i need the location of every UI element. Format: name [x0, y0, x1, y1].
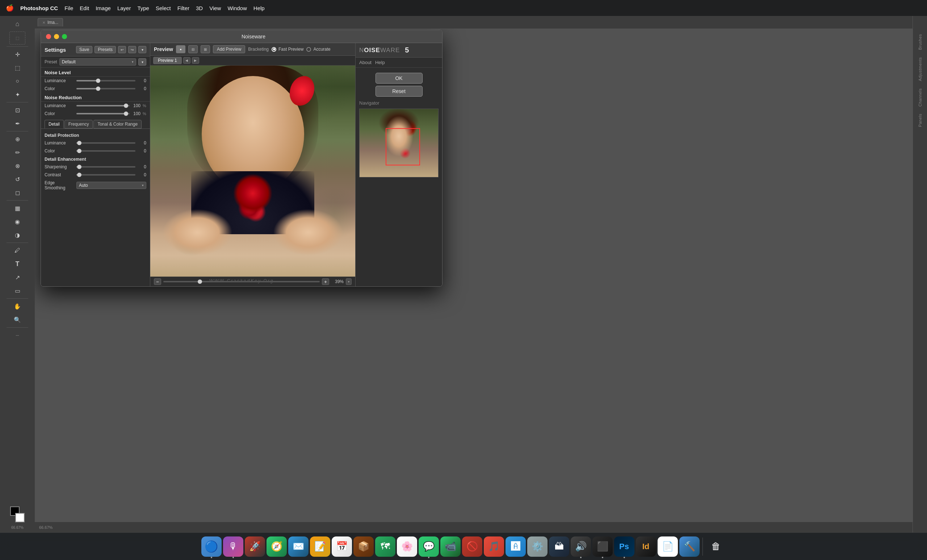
ps-crop-tool[interactable]: ⊡	[9, 103, 25, 117]
menubar-window[interactable]: Window	[227, 5, 246, 11]
redo-button[interactable]: ↪	[128, 46, 136, 53]
menubar-3d[interactable]: 3D	[196, 5, 203, 11]
menubar-filter[interactable]: Filter	[178, 5, 189, 11]
ps-panel-brushes[interactable]: Brushes	[918, 34, 922, 50]
menubar-layer[interactable]: Layer	[117, 5, 131, 11]
ps-eyedropper-tool[interactable]: ✒	[9, 117, 25, 130]
dock-notchmeister[interactable]: 🏔	[549, 536, 569, 557]
ps-brush-tool[interactable]: ✏	[9, 146, 25, 159]
dock-notes[interactable]: 📝	[310, 536, 330, 557]
dock-siri[interactable]: 🎙	[223, 536, 243, 557]
dock-safari[interactable]: 🧭	[266, 536, 287, 557]
dock-noiseware[interactable]: 🔊	[571, 536, 591, 557]
ps-gradient-tool[interactable]: ▦	[9, 202, 25, 215]
ps-pen-tool[interactable]: 🖊	[9, 244, 25, 257]
ps-panel-adjustments[interactable]: Adjustments	[918, 57, 922, 81]
layout-split-v-btn[interactable]: ⊞	[201, 45, 210, 53]
dock-facetime[interactable]: 📹	[440, 536, 460, 557]
dock-xcode[interactable]: 🔨	[679, 536, 700, 557]
apple-menu[interactable]: 🍎	[6, 4, 14, 12]
menubar-photoshop[interactable]: Photoshop CC	[20, 5, 58, 11]
preset-arrow-btn[interactable]: ▾	[138, 58, 146, 65]
contrast-slider[interactable]	[76, 174, 135, 176]
noise-reduction-color-slider[interactable]	[76, 113, 130, 114]
menubar-type[interactable]: Type	[137, 5, 149, 11]
ok-button[interactable]: OK	[375, 73, 422, 83]
dock-maps[interactable]: 🗺	[375, 536, 395, 557]
menubar-image[interactable]: Image	[96, 5, 111, 11]
zoom-slider-handle[interactable]	[198, 279, 202, 284]
ps-marquee-tool[interactable]: ⬚	[9, 61, 25, 74]
ps-doc-tab-close[interactable]: ✕	[43, 21, 45, 24]
tab-frequency[interactable]: Frequency	[64, 120, 93, 129]
ps-panel-channels[interactable]: Channels	[918, 88, 922, 106]
accurate-radio[interactable]	[306, 47, 311, 52]
dock-finder2[interactable]: 📄	[658, 536, 678, 557]
dock-system-prefs[interactable]: ⚙️	[527, 536, 547, 557]
layout-split-h-btn[interactable]: ⊟	[188, 45, 198, 53]
ps-zoom-tool[interactable]: 🔍	[9, 313, 25, 326]
ps-hand-tool[interactable]: ✋	[9, 300, 25, 313]
tab-tonal-color-range[interactable]: Tonal & Color Range	[93, 120, 141, 129]
dock-app-store[interactable]: 🅰	[506, 536, 526, 557]
dock-photos[interactable]: 🌸	[397, 536, 417, 557]
dock-photoshop[interactable]: Ps	[614, 536, 634, 557]
close-button[interactable]	[46, 34, 51, 39]
fast-preview-radio[interactable]	[272, 47, 276, 52]
zoom-out-button[interactable]: −	[154, 278, 161, 285]
reset-button[interactable]: Reset	[375, 86, 422, 97]
noise-reduction-luminance-slider[interactable]	[76, 105, 130, 106]
help-link[interactable]: Help	[375, 60, 385, 65]
maximize-button[interactable]	[62, 34, 67, 39]
tab-detail[interactable]: Detail	[44, 120, 64, 129]
background-color-swatch[interactable]	[15, 513, 24, 522]
dock-finder[interactable]: 🔵	[201, 536, 222, 557]
menubar-file[interactable]: File	[64, 5, 73, 11]
menubar-select[interactable]: Select	[156, 5, 171, 11]
sharpening-slider[interactable]	[76, 166, 135, 168]
ps-eraser-tool[interactable]: ◻	[9, 186, 25, 199]
preview-next-btn[interactable]: ▶	[192, 57, 199, 64]
edge-smoothing-select[interactable]: Auto ▾	[76, 182, 146, 189]
navigator-thumbnail[interactable]	[359, 109, 439, 178]
dock-mail[interactable]: ✉️	[288, 536, 308, 557]
dock-appstore-alt[interactable]: 📦	[353, 536, 374, 557]
ps-rectangle-tool[interactable]: ▭	[9, 284, 25, 297]
ps-blur-tool[interactable]: ◉	[9, 215, 25, 228]
zoom-slider[interactable]	[163, 281, 320, 282]
ps-home-button[interactable]: ⌂	[9, 17, 25, 30]
menubar-edit[interactable]: Edit	[80, 5, 89, 11]
noise-level-color-slider[interactable]	[76, 88, 135, 90]
minimize-button[interactable]	[54, 34, 59, 39]
dock-messages[interactable]: 💬	[419, 536, 439, 557]
presets-button[interactable]: Presets	[94, 46, 116, 53]
ps-move-tool[interactable]: ✛	[9, 48, 25, 61]
settings-menu-button[interactable]: ▾	[138, 46, 146, 53]
ps-lasso-tool[interactable]: ○	[9, 74, 25, 88]
detail-prot-luminance-slider[interactable]	[76, 142, 135, 144]
dock-calendar[interactable]: 📅	[332, 536, 352, 557]
ps-more-tools[interactable]: ···	[9, 329, 25, 342]
ps-path-select-tool[interactable]: ↗	[9, 271, 25, 284]
dock-do-not-disturb[interactable]: 🚫	[462, 536, 482, 557]
ps-panel-panels[interactable]: Panels	[918, 114, 922, 127]
dock-terminal[interactable]: ⬛	[593, 536, 613, 557]
menubar-help[interactable]: Help	[254, 5, 265, 11]
navigator-viewport[interactable]	[386, 128, 420, 165]
zoom-in-button[interactable]: +	[322, 278, 329, 285]
save-button[interactable]: Save	[76, 46, 92, 53]
preview-prev-btn[interactable]: ◀	[183, 57, 190, 64]
detail-prot-color-slider[interactable]	[76, 150, 135, 152]
ps-magic-wand-tool[interactable]: ✦	[9, 88, 25, 101]
about-link[interactable]: About	[359, 60, 372, 65]
ps-text-tool[interactable]: T	[9, 257, 25, 270]
preview-tab-1[interactable]: Preview 1	[153, 57, 182, 64]
noise-level-luminance-slider[interactable]	[76, 80, 135, 82]
ps-history-brush-tool[interactable]: ↺	[9, 173, 25, 186]
ps-spot-heal-tool[interactable]: ⊕	[9, 132, 25, 146]
dock-launchpad[interactable]: 🚀	[245, 536, 265, 557]
dock-trash[interactable]: 🗑	[706, 536, 726, 557]
add-preview-button[interactable]: Add Preview	[213, 45, 245, 53]
zoom-dropdown-button[interactable]: ▾	[346, 278, 352, 285]
ps-select-tool[interactable]: ⬚	[9, 32, 25, 44]
